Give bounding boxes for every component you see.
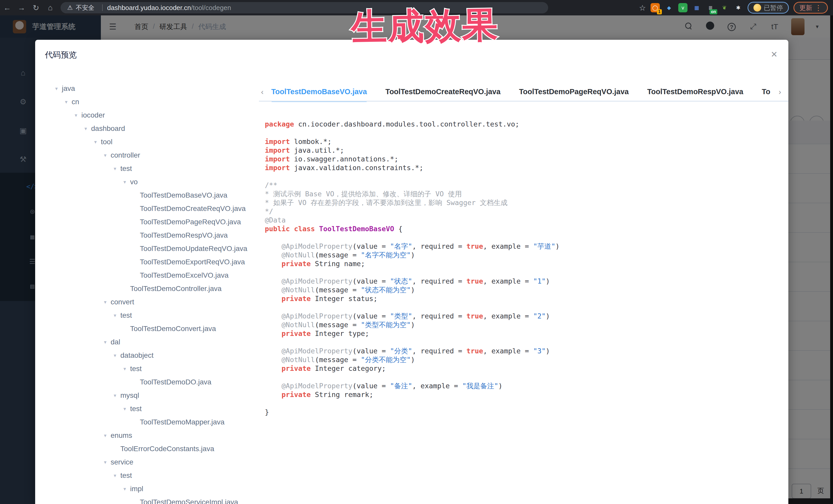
tree-expand-caret-icon[interactable]: ▾ bbox=[119, 366, 130, 372]
code-line: @ApiModelProperty(value = "备注", example … bbox=[265, 382, 783, 390]
browser-reload-icon[interactable]: ↻ bbox=[29, 3, 43, 12]
tree-expand-caret-icon[interactable]: ▾ bbox=[110, 166, 120, 172]
browser-home-icon[interactable]: ⌂ bbox=[43, 3, 57, 12]
tab-3[interactable]: ToolTestDemoPageReqVO.java bbox=[519, 83, 629, 102]
code-line: private Integer status; bbox=[265, 294, 783, 303]
ext-blue-grid[interactable]: ▦ bbox=[692, 3, 701, 12]
ext-list-onetab[interactable]: ≣on bbox=[706, 3, 715, 12]
tree-expand-caret-icon[interactable]: ▾ bbox=[119, 179, 130, 185]
tree-node-label: test bbox=[130, 405, 142, 413]
tree-expand-caret-icon[interactable]: ▾ bbox=[100, 459, 111, 465]
tree-node-impl[interactable]: ▾impl bbox=[35, 482, 256, 496]
ext-puzzle[interactable]: ✱ bbox=[734, 3, 743, 12]
tree-node-tooltestdemoconvert-java[interactable]: ToolTestDemoConvert.java bbox=[35, 322, 256, 335]
tree-node-tooltestdemoupdatereqvo-java[interactable]: ToolTestDemoUpdateReqVO.java bbox=[35, 242, 256, 255]
tree-expand-caret-icon[interactable]: ▾ bbox=[100, 299, 111, 305]
tree-node-label: ToolTestDemoRespVO.java bbox=[140, 231, 228, 239]
browser-back-icon[interactable]: ← bbox=[0, 3, 15, 12]
tree-node-dashboard[interactable]: ▾dashboard bbox=[35, 122, 256, 135]
tree-node-tooltestdemocontroller-java[interactable]: ToolTestDemoController.java bbox=[35, 282, 256, 295]
tree-node-iocoder[interactable]: ▾iocoder bbox=[35, 109, 256, 122]
tree-expand-caret-icon[interactable]: ▾ bbox=[61, 99, 72, 105]
tree-node-test[interactable]: ▾test bbox=[35, 402, 256, 415]
code-line: package cn.iocoder.dashboard.modules.too… bbox=[265, 120, 783, 128]
tree-node-dal[interactable]: ▾dal bbox=[35, 335, 256, 349]
ext-orange-circle[interactable]: ◯1 bbox=[650, 3, 660, 12]
tree-expand-caret-icon[interactable]: ▾ bbox=[71, 112, 81, 118]
browser-menu-icon[interactable]: ⋮ bbox=[815, 4, 822, 12]
tree-node-cn[interactable]: ▾cn bbox=[35, 95, 256, 109]
update-label: 更新 bbox=[800, 4, 812, 12]
tree-node-controller[interactable]: ▾controller bbox=[35, 149, 256, 162]
tree-node-tooltestdemopagereqvo-java[interactable]: ToolTestDemoPageReqVO.java bbox=[35, 215, 256, 229]
code-line: @NotNull(message = "状态不能为空") bbox=[265, 286, 783, 294]
tree-node-label: controller bbox=[111, 151, 140, 159]
security-label[interactable]: 不安全 bbox=[76, 4, 94, 12]
tree-node-label: ToolTestDemoPageReqVO.java bbox=[140, 218, 241, 226]
app-window: 芋道管理系统 ⌂首页⚙系统管理▣基础设施⚒研发工具</>代码生成◎代▦表☰系▤数… bbox=[0, 16, 833, 504]
tree-node-label: test bbox=[130, 365, 142, 373]
browser-forward-icon[interactable]: → bbox=[15, 3, 29, 12]
tree-node-label: ToolTestDemoDO.java bbox=[140, 378, 211, 386]
tree-node-label: ToolTestDemoConvert.java bbox=[130, 325, 216, 333]
ext-green-circle[interactable]: v bbox=[678, 3, 688, 12]
tree-node-mysql[interactable]: ▾mysql bbox=[35, 389, 256, 402]
file-tab-strip: ‹ ToolTestDemoBaseVO.javaToolTestDemoCre… bbox=[259, 83, 788, 102]
tree-node-tooltestdemoserviceimpl-java[interactable]: ToolTestDemoServiceImpl.java bbox=[35, 496, 256, 504]
tree-node-convert[interactable]: ▾convert bbox=[35, 295, 256, 309]
ext-green-leaf[interactable]: ❦ bbox=[720, 3, 729, 12]
tab-1[interactable]: ToolTestDemoBaseVO.java bbox=[271, 83, 367, 102]
tree-node-vo[interactable]: ▾vo bbox=[35, 175, 256, 189]
tree-node-label: test bbox=[120, 311, 132, 319]
tree-expand-caret-icon[interactable]: ▾ bbox=[119, 486, 130, 492]
tree-node-service[interactable]: ▾service bbox=[35, 456, 256, 469]
chrome-update-button[interactable]: 更新 ⋮ bbox=[793, 2, 828, 14]
tree-node-tooltestdemobasevo-java[interactable]: ToolTestDemoBaseVO.java bbox=[35, 189, 256, 202]
tab-5[interactable]: ToolTe bbox=[762, 83, 770, 102]
tree-expand-caret-icon[interactable]: ▾ bbox=[119, 406, 130, 412]
tree-node-enums[interactable]: ▾enums bbox=[35, 429, 256, 442]
tree-node-tool[interactable]: ▾tool bbox=[35, 135, 256, 149]
tree-node-label: convert bbox=[111, 298, 134, 306]
tree-node-test[interactable]: ▾test bbox=[35, 309, 256, 322]
tab-4[interactable]: ToolTestDemoRespVO.java bbox=[647, 83, 743, 102]
code-line bbox=[265, 373, 783, 382]
tree-expand-caret-icon[interactable]: ▾ bbox=[80, 125, 91, 131]
tree-expand-caret-icon[interactable]: ▾ bbox=[90, 139, 101, 145]
bookmark-star-icon[interactable]: ☆ bbox=[639, 3, 646, 12]
tree-node-java[interactable]: ▾java bbox=[35, 82, 256, 95]
tree-node-tooltestdemodo-java[interactable]: ToolTestDemoDO.java bbox=[35, 376, 256, 389]
tree-node-test[interactable]: ▾test bbox=[35, 162, 256, 175]
url-path: /tool/codegen bbox=[191, 4, 231, 12]
tree-expand-caret-icon[interactable]: ▾ bbox=[100, 339, 111, 345]
tree-expand-caret-icon[interactable]: ▾ bbox=[100, 152, 111, 158]
tree-node-toolerrorcodeconstants-java[interactable]: ToolErrorCodeConstants.java bbox=[35, 442, 256, 456]
close-icon[interactable]: ✕ bbox=[771, 50, 778, 59]
tree-node-label: test bbox=[120, 472, 132, 480]
tree-node-test[interactable]: ▾test bbox=[35, 469, 256, 482]
tree-node-label: test bbox=[120, 165, 132, 173]
code-line: @NotNull(message = "分类不能为空") bbox=[265, 355, 783, 364]
tabs-scroll-left-icon[interactable]: ‹ bbox=[261, 88, 264, 96]
tree-expand-caret-icon[interactable]: ▾ bbox=[110, 352, 120, 359]
tab-2[interactable]: ToolTestDemoCreateReqVO.java bbox=[385, 83, 501, 102]
tree-node-label: tool bbox=[101, 138, 112, 146]
tree-expand-caret-icon[interactable]: ▾ bbox=[110, 312, 120, 318]
tree-node-tooltestdemoexcelvo-java[interactable]: ToolTestDemoExcelVO.java bbox=[35, 269, 256, 282]
tree-node-test[interactable]: ▾test bbox=[35, 362, 256, 376]
tree-node-tooltestdemomapper-java[interactable]: ToolTestDemoMapper.java bbox=[35, 415, 256, 429]
tabs-scroll-right-icon[interactable]: › bbox=[779, 88, 781, 96]
tree-node-dataobject[interactable]: ▾dataobject bbox=[35, 349, 256, 362]
code-line bbox=[265, 303, 783, 312]
tree-expand-caret-icon[interactable]: ▾ bbox=[110, 473, 120, 479]
tree-node-tooltestdemorespvo-java[interactable]: ToolTestDemoRespVO.java bbox=[35, 229, 256, 242]
code-line: @ApiModelProperty(value = "类型", required… bbox=[265, 312, 783, 320]
tree-node-label: ToolErrorCodeConstants.java bbox=[120, 445, 214, 453]
tree-node-tooltestdemocreatereqvo-java[interactable]: ToolTestDemoCreateReqVO.java bbox=[35, 202, 256, 215]
tree-node-tooltestdemoexportreqvo-java[interactable]: ToolTestDemoExportReqVO.java bbox=[35, 255, 256, 269]
tree-expand-caret-icon[interactable]: ▾ bbox=[110, 392, 120, 399]
ext-blue-gem[interactable]: ◆ bbox=[664, 3, 674, 12]
tampermonkey-paused-button[interactable]: 已暂停 bbox=[747, 2, 789, 14]
tree-expand-caret-icon[interactable]: ▾ bbox=[51, 86, 62, 92]
tree-expand-caret-icon[interactable]: ▾ bbox=[100, 432, 111, 438]
